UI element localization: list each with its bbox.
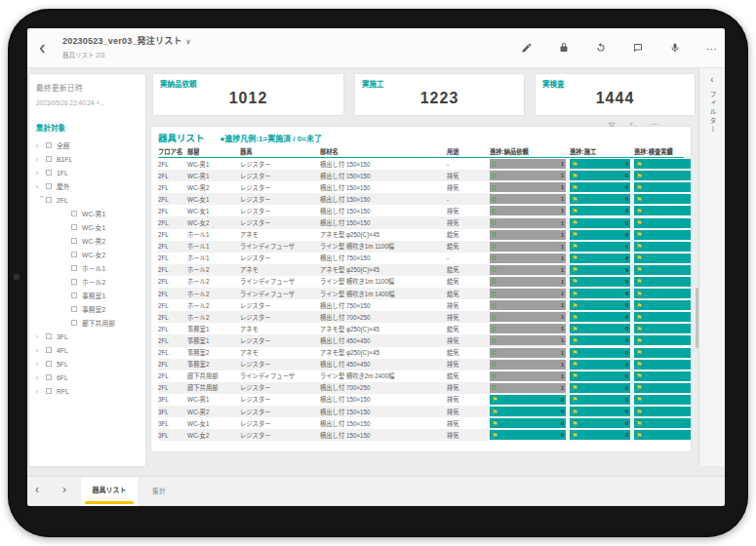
- table-row[interactable]: 2FLホール2アネモアネモ型 φ250(C)×45給気1⚑0⚑0: [158, 264, 684, 276]
- tree-item[interactable]: ›1FL: [36, 166, 139, 179]
- column-header[interactable]: フロア名: [158, 148, 183, 155]
- tree-expander-icon[interactable]: ›: [36, 347, 46, 354]
- tree-checkbox[interactable]: [71, 279, 77, 285]
- column-header[interactable]: 部材名: [320, 148, 443, 155]
- tree-item[interactable]: ›6FL: [36, 370, 139, 384]
- column-header[interactable]: 用途: [447, 148, 486, 155]
- tree-checkbox[interactable]: [46, 183, 52, 189]
- table-row[interactable]: 2FLホール2レジスター横出し付 750×150排気1⚑0⚑0: [158, 299, 684, 311]
- table-row[interactable]: 2FLWC-女2レジスター横出し付 150×150排気1⚑0⚑0: [158, 216, 684, 228]
- table-row[interactable]: 2FLホール2ラインディフューザライン型 横吹き1m 1400幅給気1⚑0⚑0: [158, 288, 684, 299]
- tree-item[interactable]: ›RFL: [36, 384, 139, 398]
- tree-item[interactable]: WC-女1: [36, 220, 139, 234]
- tree-expander-icon[interactable]: ›: [36, 170, 46, 176]
- table-row[interactable]: 2FLホール1レジスター横出し付 750×150-1⚑0⚑0: [158, 253, 684, 264]
- table-row[interactable]: 2FL事務室1アネモアネモ型 φ250(C)×45給気1⚑0⚑0: [158, 323, 684, 334]
- lock-icon[interactable]: [558, 40, 570, 58]
- table-row[interactable]: 2FLホール2ラインディフューザライン型 横吹き1m 1100幅給気1⚑0⚑0: [158, 276, 684, 288]
- kpi-card-construction[interactable]: 実施工 1223: [355, 74, 524, 115]
- tree-expander-icon[interactable]: ›: [36, 361, 46, 368]
- tree-expander-icon[interactable]: ›: [36, 333, 46, 340]
- tree-checkbox[interactable]: [46, 142, 52, 148]
- tree-checkbox[interactable]: [46, 374, 52, 380]
- tree-checkbox[interactable]: [46, 361, 52, 367]
- reset-undo-icon[interactable]: [595, 40, 607, 58]
- tree-checkbox[interactable]: [46, 170, 52, 176]
- tree-item[interactable]: 事務室1: [36, 289, 139, 302]
- table-row[interactable]: 2FLWC-男2レジスター横出し付 150×150排気1⚑0⚑0: [158, 181, 684, 193]
- tree-item[interactable]: ›B1FL: [36, 152, 139, 166]
- tree-checkbox[interactable]: [71, 265, 77, 271]
- tree-expander-icon[interactable]: ›: [36, 156, 46, 163]
- column-header[interactable]: 進捗:検査実績: [634, 148, 691, 155]
- comment-icon[interactable]: [632, 40, 644, 58]
- tree-checkbox[interactable]: [71, 306, 77, 312]
- tree-item[interactable]: WC-女2: [36, 248, 139, 261]
- table-row[interactable]: 2FLWC-女1レジスター横出し付 150×150-1⚑0⚑0: [158, 193, 684, 205]
- tree-checkbox[interactable]: [71, 211, 77, 216]
- tree-item[interactable]: ホール2: [36, 275, 139, 289]
- table-row[interactable]: 3FLWC-男2レジスター横出し付 150×150排気⚑0⚑0⚑0: [158, 406, 684, 417]
- tree-checkbox[interactable]: [46, 347, 52, 353]
- tree-checkbox[interactable]: [71, 224, 77, 230]
- tab-equipment-list[interactable]: 器具リスト: [81, 477, 138, 506]
- tree-checkbox[interactable]: [71, 320, 77, 326]
- prev-page-chevron[interactable]: ‹: [35, 483, 39, 496]
- tree-checkbox[interactable]: [46, 197, 52, 203]
- progress-value: 0: [625, 267, 628, 273]
- tree-item[interactable]: ホール1: [36, 261, 139, 275]
- table-row[interactable]: 2FL廊下共用部レジスター横出し付 700×250排気1⚑0⚑0: [158, 382, 684, 394]
- tab-summary[interactable]: 集計: [152, 477, 166, 506]
- tree-item[interactable]: WC-男1: [36, 207, 139, 220]
- tree-checkbox[interactable]: [46, 388, 52, 394]
- table-row[interactable]: 2FLWC-男1レジスター横出し付 150×150排気1⚑0⚑0: [158, 170, 684, 181]
- tree-item[interactable]: 事務室2: [36, 302, 139, 316]
- column-header[interactable]: 部屋: [187, 148, 236, 155]
- table-row[interactable]: 2FLホール1ラインディフューザライン型 横吹き1m 1100幅給気1⚑0⚑0: [158, 241, 684, 253]
- table-row[interactable]: 2FLホール1アネモアネモ型 φ250(C)×45給気1⚑0⚑0: [158, 229, 684, 241]
- table-row[interactable]: 3FLWC-女1レジスター横出し付 150×150排気⚑0⚑0⚑0: [158, 417, 684, 429]
- table-row[interactable]: 3FLWC-男1レジスター横出し付 150×150排気⚑0⚑0⚑0: [158, 394, 684, 406]
- column-header[interactable]: 器具: [240, 148, 316, 155]
- tree-item[interactable]: ›2FL: [36, 193, 139, 207]
- table-row[interactable]: 2FLWC-女1レジスター横出し付 150×150排気1⚑0⚑0: [158, 205, 684, 216]
- tree-expander-icon[interactable]: ›: [36, 183, 46, 190]
- tree-checkbox[interactable]: [71, 252, 77, 257]
- microphone-icon[interactable]: [669, 40, 681, 58]
- kpi-card-inspection[interactable]: 実検査 1444: [536, 74, 695, 115]
- tree-checkbox[interactable]: [71, 238, 77, 244]
- table-row[interactable]: 2FLWC-男1レジスター横出し付 150×150-1⚑0⚑0: [158, 158, 684, 170]
- tree-checkbox[interactable]: [46, 333, 52, 339]
- filter-expand-icon[interactable]: ‹: [699, 74, 725, 85]
- table-row[interactable]: 2FLホール2レジスター横出し付 700×250排気1⚑0⚑0: [158, 311, 684, 323]
- tree-checkbox[interactable]: [71, 292, 77, 298]
- table-row[interactable]: 2FL廊下共用部ラインディフューザライン型 横吹き2m 2400幅給気1⚑0⚑0: [158, 370, 684, 382]
- tree-item[interactable]: ›全館: [36, 138, 139, 152]
- tree-expander-icon[interactable]: ›: [36, 374, 46, 381]
- report-title-block[interactable]: 20230523_ver03_発注リスト∨ 器具リスト 2/3: [62, 34, 191, 59]
- tree-item[interactable]: ›5FL: [36, 357, 139, 370]
- column-header[interactable]: 進捗:納品依頼: [490, 148, 566, 155]
- tree-expander-icon[interactable]: ›: [36, 142, 46, 149]
- edit-pencil-icon[interactable]: [521, 40, 533, 58]
- kpi-card-delivery[interactable]: 実納品依頼 1012: [153, 74, 343, 115]
- tree-expander-icon[interactable]: ›: [36, 388, 46, 395]
- tree-item[interactable]: WC-男2: [36, 234, 139, 248]
- table-row[interactable]: 2FL事務室2アネモアネモ型 φ250(C)×45給気1⚑0⚑0: [158, 347, 684, 359]
- column-header[interactable]: 進捗:施工: [570, 148, 630, 155]
- tree-item[interactable]: 廊下共用部: [36, 316, 139, 330]
- filter-rail[interactable]: ‹ フィルター: [698, 68, 725, 466]
- tree-expander-icon[interactable]: ›: [38, 195, 45, 205]
- back-button[interactable]: ‹: [39, 32, 46, 61]
- table-row[interactable]: 2FL事務室1レジスター横出し付 450×450排気1⚑0⚑0: [158, 334, 684, 346]
- next-page-chevron[interactable]: ›: [62, 483, 66, 496]
- tree-item[interactable]: ›3FL: [36, 330, 139, 343]
- yellow-flag-icon: ⚑: [572, 231, 577, 238]
- more-options-icon[interactable]: ⋯: [706, 43, 717, 55]
- tree-item[interactable]: ›屋外: [36, 179, 139, 193]
- tree-checkbox[interactable]: [46, 156, 52, 162]
- table-row[interactable]: 2FL事務室2レジスター横出し付 450×450排気1⚑0⚑0: [158, 359, 684, 370]
- table-row[interactable]: 3FLWC-女2レジスター横出し付 150×150排気⚑0⚑0⚑0: [158, 429, 684, 441]
- table-scrollbar[interactable]: [696, 288, 698, 348]
- tree-item[interactable]: ›4FL: [36, 343, 139, 357]
